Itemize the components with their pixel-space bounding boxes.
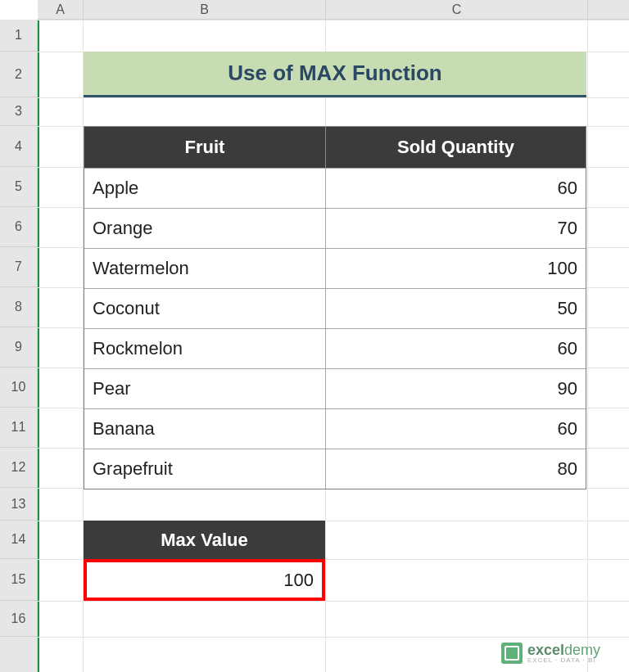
column-header-c[interactable]: C bbox=[326, 0, 588, 19]
max-value-cell[interactable]: 100 bbox=[84, 559, 325, 601]
row-header-11[interactable]: 11 bbox=[0, 408, 37, 448]
cell-qty[interactable]: 100 bbox=[326, 249, 586, 288]
row-header-2[interactable]: 2 bbox=[0, 52, 37, 97]
row-header-15[interactable]: 15 bbox=[0, 559, 37, 601]
table-row[interactable]: Rockmelon60 bbox=[84, 328, 586, 368]
table-row[interactable]: Apple60 bbox=[84, 168, 586, 208]
cell-qty[interactable]: 50 bbox=[326, 289, 586, 328]
cell-qty[interactable]: 70 bbox=[326, 209, 586, 248]
watermark-tagline: EXCEL · DATA · BI bbox=[527, 656, 600, 664]
table-header-row: Fruit Sold Quantity bbox=[84, 127, 586, 168]
title-banner: Use of MAX Function bbox=[84, 52, 586, 97]
cell-qty[interactable]: 90 bbox=[326, 369, 586, 408]
row-header-9[interactable]: 9 bbox=[0, 327, 37, 368]
row-header-5[interactable]: 5 bbox=[0, 167, 37, 207]
cell-fruit[interactable]: Apple bbox=[84, 169, 326, 208]
row-header-3[interactable]: 3 bbox=[0, 97, 37, 126]
row-header-13[interactable]: 13 bbox=[0, 488, 37, 521]
table-row[interactable]: Grapefruit80 bbox=[84, 449, 586, 489]
table-row[interactable]: Coconut50 bbox=[84, 288, 586, 328]
watermark-text: exceldemy EXCEL · DATA · BI bbox=[527, 642, 600, 664]
cell-fruit[interactable]: Banana bbox=[84, 409, 326, 449]
table-body: Apple60Orange70Watermelon100Coconut50Roc… bbox=[84, 168, 586, 489]
cell-fruit[interactable]: Rockmelon bbox=[84, 329, 326, 368]
watermark-main: excel bbox=[527, 642, 564, 658]
spreadsheet: A B C 12345678910111213141516 Use of MAX… bbox=[0, 0, 629, 672]
cell-fruit[interactable]: Pear bbox=[84, 369, 326, 408]
row-header-14[interactable]: 14 bbox=[0, 521, 37, 559]
cell-qty[interactable]: 60 bbox=[326, 169, 586, 208]
cell-fruit[interactable]: Watermelon bbox=[84, 249, 326, 288]
cell-fruit[interactable]: Coconut bbox=[84, 289, 326, 328]
data-table: Fruit Sold Quantity Apple60Orange70Water… bbox=[84, 126, 586, 489]
table-row[interactable]: Banana60 bbox=[84, 408, 586, 449]
row-header-6[interactable]: 6 bbox=[0, 207, 37, 247]
watermark-sub: demy bbox=[564, 642, 600, 658]
row-headers: 12345678910111213141516 bbox=[0, 20, 38, 672]
table-row[interactable]: Pear90 bbox=[84, 368, 586, 408]
watermark-icon bbox=[501, 643, 523, 664]
column-headers: A B C bbox=[38, 0, 629, 20]
cell-qty[interactable]: 60 bbox=[326, 409, 586, 449]
cell-grid[interactable]: Use of MAX Function Fruit Sold Quantity … bbox=[38, 20, 629, 672]
column-header-b[interactable]: B bbox=[84, 0, 326, 19]
row-header-1[interactable]: 1 bbox=[0, 20, 37, 52]
cell-fruit[interactable]: Orange bbox=[84, 209, 326, 248]
table-row[interactable]: Orange70 bbox=[84, 208, 586, 248]
cell-qty[interactable]: 80 bbox=[326, 449, 586, 489]
table-row[interactable]: Watermelon100 bbox=[84, 248, 586, 288]
table-header-fruit: Fruit bbox=[84, 127, 326, 168]
row-header-4[interactable]: 4 bbox=[0, 126, 37, 167]
row-header-12[interactable]: 12 bbox=[0, 448, 37, 488]
max-value-header: Max Value bbox=[84, 521, 325, 559]
row-header-10[interactable]: 10 bbox=[0, 368, 37, 408]
watermark: exceldemy EXCEL · DATA · BI bbox=[501, 642, 600, 664]
cell-qty[interactable]: 60 bbox=[326, 329, 586, 368]
column-header-a[interactable]: A bbox=[38, 0, 84, 19]
table-header-qty: Sold Quantity bbox=[326, 127, 586, 168]
row-header-16[interactable]: 16 bbox=[0, 601, 37, 637]
row-header-8[interactable]: 8 bbox=[0, 287, 37, 327]
cell-fruit[interactable]: Grapefruit bbox=[84, 449, 326, 489]
row-header-7[interactable]: 7 bbox=[0, 247, 37, 287]
